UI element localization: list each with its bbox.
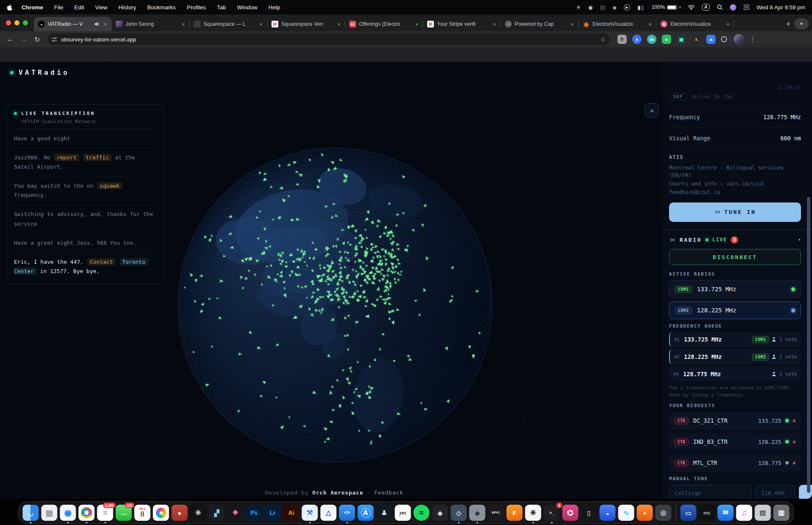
- menu-tab[interactable]: Tab: [217, 4, 226, 11]
- menu-profiles[interactable]: Profiles: [187, 4, 206, 11]
- menu-history[interactable]: History: [118, 4, 136, 11]
- browser-tab[interactable]: ◉ ElectronVisualize ×: [656, 17, 734, 31]
- forward-button[interactable]: →: [18, 33, 30, 45]
- browser-menu-icon[interactable]: ⋮: [746, 36, 759, 43]
- dock-finder[interactable]: ◡: [23, 505, 39, 521]
- browser-tab[interactable]: Squarespace — L ×: [189, 17, 267, 31]
- dock-spotify[interactable]: ≈: [414, 505, 430, 521]
- chevron-down-icon[interactable]: ▾: [798, 237, 801, 243]
- tab-close-icon[interactable]: ×: [102, 21, 108, 27]
- dock-unity-hub[interactable]: ◈: [469, 505, 486, 521]
- footer-brand-link[interactable]: Orch Aerospace: [312, 489, 363, 496]
- request-row[interactable]: CTR IND_83_CTR 128.225 ×: [669, 433, 801, 451]
- dock-chatgpt[interactable]: ✳: [525, 505, 541, 521]
- dock-orange-app[interactable]: ●: [637, 505, 653, 521]
- tab-close-icon[interactable]: ×: [725, 21, 731, 27]
- play-circle-menu-icon[interactable]: ▶: [624, 4, 630, 11]
- wifi-icon[interactable]: [688, 5, 695, 10]
- tab-close-icon[interactable]: ×: [647, 21, 653, 27]
- dock-fusion-360[interactable]: F: [507, 505, 523, 521]
- close-window-button[interactable]: [6, 20, 11, 25]
- browser-tab[interactable]: M Squarespace Veri ×: [267, 17, 345, 31]
- printer-menu-icon[interactable]: ▤: [600, 4, 605, 11]
- radio-panel-header[interactable]: RADIO LIVE 3 ▾: [669, 234, 801, 245]
- active-radio-row[interactable]: COM2 128.225 MHz: [669, 301, 801, 319]
- dock-blue-app[interactable]: ◒: [600, 505, 616, 521]
- battery-indicator[interactable]: 100%: [651, 4, 680, 10]
- extension-icon[interactable]: ∧: [632, 35, 642, 44]
- dock-gray-app[interactable]: ◎: [656, 505, 672, 521]
- remove-request-icon[interactable]: ×: [793, 438, 796, 445]
- frequency-input[interactable]: [756, 485, 795, 499]
- dock-esc-app[interactable]: esc: [699, 505, 715, 521]
- dock-app-store[interactable]: A: [358, 505, 374, 521]
- extension-icon[interactable]: A: [691, 35, 701, 44]
- back-button[interactable]: ←: [4, 33, 16, 45]
- dock-unity[interactable]: ◇: [451, 505, 467, 521]
- dock-launchpad[interactable]: ▦: [41, 505, 58, 521]
- browser-tab[interactable]: RC Offerings (Electro ×: [345, 17, 423, 31]
- remove-request-icon[interactable]: ×: [793, 459, 796, 466]
- tab-search-chevron[interactable]: ▾: [794, 18, 809, 29]
- tab-close-icon[interactable]: ×: [491, 21, 497, 27]
- extension-icon[interactable]: ▣: [677, 35, 686, 44]
- 3d-app-menu-icon[interactable]: ◈: [612, 4, 617, 11]
- menu-view[interactable]: View: [95, 4, 107, 11]
- tune-in-button[interactable]: TUNE IN: [669, 202, 801, 222]
- menu-window[interactable]: Window: [237, 4, 257, 11]
- dock-final-cut-pro[interactable]: ▞: [209, 505, 225, 521]
- menu-edit[interactable]: Edit: [74, 4, 84, 11]
- chatgpt-menu-icon[interactable]: ✳: [576, 4, 581, 11]
- dock-files-stack[interactable]: ▤: [755, 505, 771, 521]
- dock-xcode[interactable]: ⚒: [302, 505, 318, 521]
- request-row[interactable]: CTR MTL_CTR 128.775 ×: [669, 454, 801, 472]
- dock-calendar[interactable]: Wed8: [134, 505, 151, 521]
- extension-icon[interactable]: ℏ: [617, 35, 627, 44]
- dock-davinci-resolve[interactable]: ❖: [228, 505, 244, 521]
- site-settings-icon[interactable]: [52, 37, 57, 42]
- browser-tab[interactable]: ▲ VATRadio — V ×: [34, 17, 112, 31]
- menu-chrome[interactable]: Chrome: [22, 4, 43, 11]
- disconnect-button[interactable]: DISCONNECT: [669, 249, 801, 265]
- dock-display-app[interactable]: ▭: [680, 505, 697, 521]
- extension-icon[interactable]: m: [647, 35, 656, 44]
- extension-icon[interactable]: e: [662, 35, 671, 44]
- dock-wheel-app[interactable]: ✳: [190, 505, 206, 521]
- browser-tab[interactable]: M Your Stripe verifi ×: [423, 17, 501, 31]
- dock-unity-cube[interactable]: ◆: [432, 505, 448, 521]
- menu-bookmarks[interactable]: Bookmarks: [147, 4, 176, 11]
- tab-close-icon[interactable]: ×: [414, 21, 420, 27]
- dock-epic-games[interactable]: EPIC: [488, 505, 504, 521]
- dock-yes-ebook[interactable]: yes: [395, 505, 411, 521]
- spotlight-search-icon[interactable]: [717, 4, 723, 10]
- bookmark-star-icon[interactable]: ☆: [600, 36, 606, 43]
- remove-request-icon[interactable]: ×: [793, 417, 796, 424]
- dock-illustrator[interactable]: Ai: [283, 505, 299, 521]
- browser-tab[interactable]: ◆ ElectronVisualize ×: [579, 17, 656, 31]
- apple-menu-icon[interactable]: [7, 4, 12, 11]
- dock-reminders[interactable]: ≡ 4,290: [97, 505, 113, 521]
- dock-photos[interactable]: [153, 505, 169, 521]
- dock-lightroom[interactable]: Lr: [265, 505, 281, 521]
- dock-freeform[interactable]: ∿: [618, 505, 634, 521]
- callsign-input[interactable]: [669, 485, 752, 499]
- menu-help[interactable]: Help: [268, 4, 280, 11]
- dock-bear-notes[interactable]: ●: [172, 505, 188, 521]
- sidebar-scrollbar[interactable]: [807, 197, 810, 493]
- dock-messages[interactable]: … 192: [116, 505, 132, 521]
- menu-file[interactable]: File: [54, 4, 63, 11]
- menu-clock[interactable]: Wed 8 Apr 9:59 pm: [757, 4, 805, 11]
- control-center-icon[interactable]: [743, 5, 749, 10]
- tab-close-icon[interactable]: ×: [569, 21, 575, 27]
- dock-vscode[interactable]: </>: [339, 505, 355, 521]
- browser-tab[interactable]: John Seong ×: [112, 17, 189, 31]
- collapse-panel-button[interactable]: »: [645, 103, 659, 118]
- dock-terminal[interactable]: >_ 1: [544, 505, 560, 521]
- dock-safari[interactable]: ◉: [60, 505, 76, 521]
- dock-music[interactable]: ♫: [736, 505, 752, 521]
- input-source-indicator[interactable]: A: [702, 4, 709, 11]
- queue-row[interactable]: #2 128.225 MHz COM2 1 vote: [669, 350, 801, 364]
- active-radio-row[interactable]: COM1 133.725 MHz: [669, 280, 801, 298]
- dock-kindle[interactable]: ♟: [376, 505, 392, 521]
- tab-close-icon[interactable]: ×: [258, 21, 264, 27]
